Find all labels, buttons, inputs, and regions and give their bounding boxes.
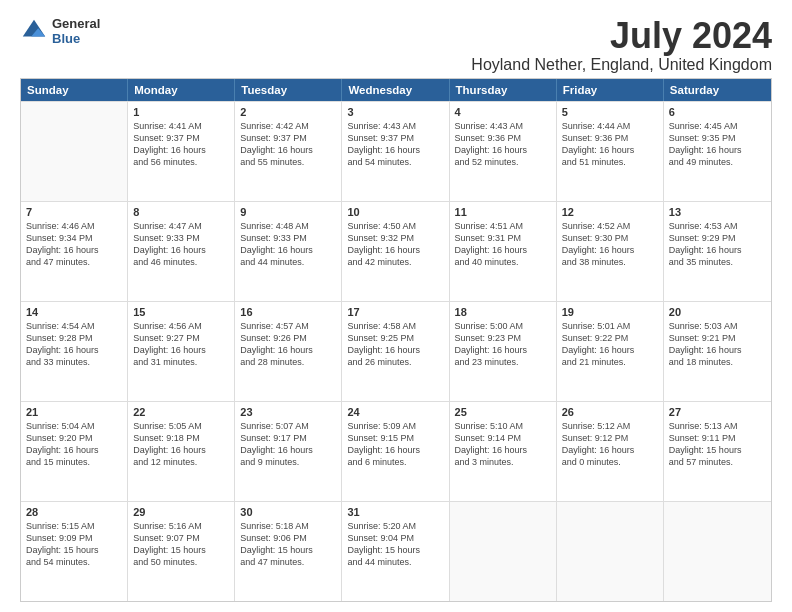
title-block: July 2024 Hoyland Nether, England, Unite…	[471, 16, 772, 74]
calendar-cell: 31Sunrise: 5:20 AMSunset: 9:04 PMDayligh…	[342, 502, 449, 601]
calendar-header-cell: Saturday	[664, 79, 771, 101]
cell-line: Sunset: 9:12 PM	[562, 432, 658, 444]
cell-line: and 15 minutes.	[26, 456, 122, 468]
day-number: 25	[455, 406, 551, 418]
cell-line: Sunset: 9:33 PM	[133, 232, 229, 244]
cell-line: Sunset: 9:26 PM	[240, 332, 336, 344]
calendar-cell	[450, 502, 557, 601]
cell-line: Sunrise: 4:56 AM	[133, 320, 229, 332]
cell-line: Sunrise: 4:50 AM	[347, 220, 443, 232]
cell-line: Sunrise: 5:01 AM	[562, 320, 658, 332]
cell-line: Sunrise: 4:53 AM	[669, 220, 766, 232]
subtitle: Hoyland Nether, England, United Kingdom	[471, 56, 772, 74]
cell-line: Sunrise: 4:45 AM	[669, 120, 766, 132]
cell-line: Daylight: 16 hours	[347, 144, 443, 156]
cell-line: Sunrise: 5:05 AM	[133, 420, 229, 432]
day-number: 5	[562, 106, 658, 118]
calendar-week: 14Sunrise: 4:54 AMSunset: 9:28 PMDayligh…	[21, 301, 771, 401]
cell-line: Daylight: 16 hours	[240, 144, 336, 156]
day-number: 23	[240, 406, 336, 418]
cell-line: and 52 minutes.	[455, 156, 551, 168]
page: General Blue July 2024 Hoyland Nether, E…	[0, 0, 792, 612]
day-number: 3	[347, 106, 443, 118]
cell-line: and 55 minutes.	[240, 156, 336, 168]
calendar-cell	[664, 502, 771, 601]
day-number: 24	[347, 406, 443, 418]
day-number: 13	[669, 206, 766, 218]
calendar-cell: 11Sunrise: 4:51 AMSunset: 9:31 PMDayligh…	[450, 202, 557, 301]
calendar-cell: 1Sunrise: 4:41 AMSunset: 9:37 PMDaylight…	[128, 102, 235, 201]
calendar-cell: 3Sunrise: 4:43 AMSunset: 9:37 PMDaylight…	[342, 102, 449, 201]
cell-line: Sunset: 9:25 PM	[347, 332, 443, 344]
cell-line: Sunrise: 5:04 AM	[26, 420, 122, 432]
day-number: 7	[26, 206, 122, 218]
cell-line: and 40 minutes.	[455, 256, 551, 268]
calendar-header-cell: Monday	[128, 79, 235, 101]
cell-line: Sunrise: 5:13 AM	[669, 420, 766, 432]
cell-line: and 44 minutes.	[240, 256, 336, 268]
cell-line: Sunrise: 5:15 AM	[26, 520, 122, 532]
calendar-cell: 24Sunrise: 5:09 AMSunset: 9:15 PMDayligh…	[342, 402, 449, 501]
calendar-header: SundayMondayTuesdayWednesdayThursdayFrid…	[21, 79, 771, 101]
day-number: 18	[455, 306, 551, 318]
cell-line: Daylight: 16 hours	[455, 244, 551, 256]
cell-line: Sunrise: 4:48 AM	[240, 220, 336, 232]
day-number: 14	[26, 306, 122, 318]
calendar-header-cell: Sunday	[21, 79, 128, 101]
calendar-cell: 26Sunrise: 5:12 AMSunset: 9:12 PMDayligh…	[557, 402, 664, 501]
cell-line: and 26 minutes.	[347, 356, 443, 368]
cell-line: Daylight: 16 hours	[562, 244, 658, 256]
calendar-cell: 6Sunrise: 4:45 AMSunset: 9:35 PMDaylight…	[664, 102, 771, 201]
cell-line: Daylight: 15 hours	[26, 544, 122, 556]
logo: General Blue	[20, 16, 100, 46]
cell-line: Sunset: 9:30 PM	[562, 232, 658, 244]
cell-line: and 42 minutes.	[347, 256, 443, 268]
day-number: 6	[669, 106, 766, 118]
cell-line: and 3 minutes.	[455, 456, 551, 468]
day-number: 29	[133, 506, 229, 518]
cell-line: Sunrise: 5:07 AM	[240, 420, 336, 432]
calendar-cell: 15Sunrise: 4:56 AMSunset: 9:27 PMDayligh…	[128, 302, 235, 401]
cell-line: and 56 minutes.	[133, 156, 229, 168]
calendar-cell: 29Sunrise: 5:16 AMSunset: 9:07 PMDayligh…	[128, 502, 235, 601]
cell-line: Sunrise: 4:57 AM	[240, 320, 336, 332]
day-number: 9	[240, 206, 336, 218]
cell-line: Sunset: 9:29 PM	[669, 232, 766, 244]
calendar-header-cell: Thursday	[450, 79, 557, 101]
calendar-cell: 9Sunrise: 4:48 AMSunset: 9:33 PMDaylight…	[235, 202, 342, 301]
cell-line: Daylight: 16 hours	[240, 344, 336, 356]
logo-line2: Blue	[52, 31, 100, 46]
day-number: 10	[347, 206, 443, 218]
cell-line: Sunrise: 4:47 AM	[133, 220, 229, 232]
calendar-cell: 27Sunrise: 5:13 AMSunset: 9:11 PMDayligh…	[664, 402, 771, 501]
cell-line: Sunset: 9:21 PM	[669, 332, 766, 344]
calendar-cell: 21Sunrise: 5:04 AMSunset: 9:20 PMDayligh…	[21, 402, 128, 501]
day-number: 30	[240, 506, 336, 518]
cell-line: Sunset: 9:07 PM	[133, 532, 229, 544]
cell-line: Sunset: 9:35 PM	[669, 132, 766, 144]
cell-line: Sunset: 9:36 PM	[455, 132, 551, 144]
day-number: 12	[562, 206, 658, 218]
cell-line: Sunset: 9:06 PM	[240, 532, 336, 544]
cell-line: Daylight: 16 hours	[133, 244, 229, 256]
cell-line: and 9 minutes.	[240, 456, 336, 468]
cell-line: Sunrise: 4:46 AM	[26, 220, 122, 232]
cell-line: Daylight: 16 hours	[133, 144, 229, 156]
calendar-cell: 13Sunrise: 4:53 AMSunset: 9:29 PMDayligh…	[664, 202, 771, 301]
cell-line: Sunset: 9:22 PM	[562, 332, 658, 344]
day-number: 8	[133, 206, 229, 218]
cell-line: Daylight: 16 hours	[669, 344, 766, 356]
calendar-cell: 8Sunrise: 4:47 AMSunset: 9:33 PMDaylight…	[128, 202, 235, 301]
cell-line: Sunrise: 5:20 AM	[347, 520, 443, 532]
cell-line: Daylight: 16 hours	[26, 344, 122, 356]
calendar-cell: 16Sunrise: 4:57 AMSunset: 9:26 PMDayligh…	[235, 302, 342, 401]
cell-line: Daylight: 16 hours	[240, 244, 336, 256]
cell-line: Sunset: 9:14 PM	[455, 432, 551, 444]
cell-line: Sunrise: 4:41 AM	[133, 120, 229, 132]
calendar-cell: 7Sunrise: 4:46 AMSunset: 9:34 PMDaylight…	[21, 202, 128, 301]
calendar-week: 7Sunrise: 4:46 AMSunset: 9:34 PMDaylight…	[21, 201, 771, 301]
calendar-header-cell: Friday	[557, 79, 664, 101]
cell-line: Daylight: 16 hours	[669, 244, 766, 256]
day-number: 1	[133, 106, 229, 118]
cell-line: Sunset: 9:18 PM	[133, 432, 229, 444]
